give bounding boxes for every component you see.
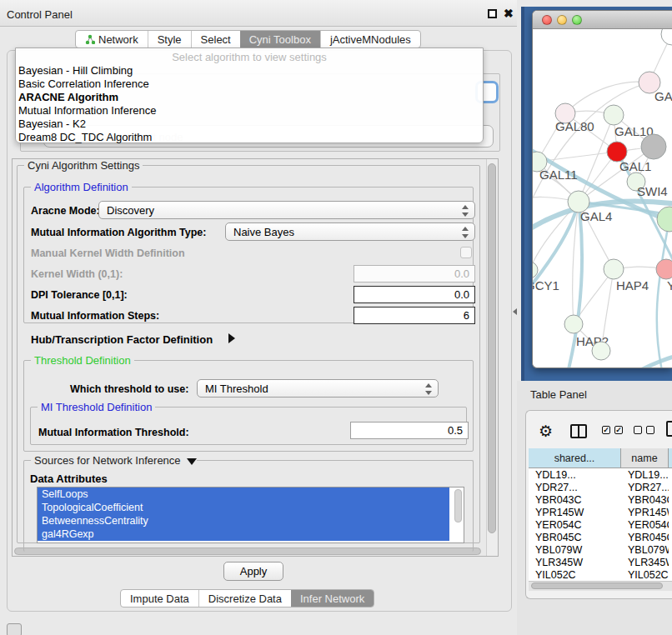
table-row[interactable]: YLR345WYLR345W9.: [529, 556, 672, 568]
kernel-width-field[interactable]: 0.0: [354, 265, 475, 282]
attribute-item-3[interactable]: gal4RGexp: [38, 528, 449, 541]
network-node[interactable]: [592, 342, 610, 360]
algorithm-option-3[interactable]: Mutual Information Inference: [18, 104, 156, 117]
sources-legend: Sources for Network Inference: [31, 454, 197, 467]
network-node-hap2[interactable]: [564, 315, 583, 333]
which-threshold-combo[interactable]: MI Threshold: [197, 379, 439, 398]
table-row[interactable]: YER054CYER054C8.: [529, 518, 672, 531]
attribute-item-0[interactable]: SelfLoops: [38, 488, 449, 501]
attributes-scrollbar-thumb[interactable]: [454, 489, 462, 522]
algorithm-option-0[interactable]: Bayesian - Hill Climbing: [18, 64, 133, 77]
tab-impute-data[interactable]: Impute Data: [121, 590, 198, 607]
combo-stepper-icon: [461, 205, 469, 217]
network-window-titlebar[interactable]: [533, 11, 672, 29]
gear-icon[interactable]: ⚙: [539, 422, 553, 441]
network-node-gal10[interactable]: [604, 105, 624, 125]
tab-select[interactable]: Select: [191, 31, 240, 48]
tab-label: jActiveMNodules: [330, 33, 411, 46]
tab-infer-network[interactable]: Infer Network: [291, 590, 374, 607]
attribute-item-2[interactable]: BetweennessCentrality: [38, 514, 449, 528]
algorithm-popup-placeholder: Select algorithm to view settings: [16, 51, 483, 63]
close-icon[interactable]: ✖: [504, 7, 514, 20]
network-graph[interactable]: GALGAL80GAL10GAL1GAL11SWI4GAL4GCY1HAP4YH…: [533, 29, 672, 368]
apply-button[interactable]: Apply: [223, 562, 283, 581]
which-threshold-value: MI Threshold: [205, 382, 268, 395]
tab-network[interactable]: Network: [76, 31, 148, 48]
manual-kernel-width-checkbox[interactable]: [460, 247, 472, 258]
manual-kernel-width-label: Manual Kernel Width Definition: [31, 248, 185, 259]
table-row[interactable]: YIL052CYIL052C9: [529, 568, 672, 581]
checked-column-icon[interactable]: ✓: [602, 426, 610, 434]
table-cell: YIL052C: [621, 568, 669, 581]
table-row[interactable]: YBR043CYBR043C: [529, 493, 672, 506]
table-panel-title: Table Panel: [530, 388, 587, 401]
mac-zoom-icon[interactable]: [572, 15, 582, 25]
dpi-tolerance-label: DPI Tolerance [0,1]:: [31, 289, 128, 301]
node-table[interactable]: shared...nameA YDL19...YDL19...13YDR27..…: [529, 448, 672, 583]
control-panel-titlebar: [0, 0, 517, 27]
checked-column-icon[interactable]: ✓: [614, 426, 623, 434]
float-window-icon[interactable]: [488, 9, 497, 18]
table-row[interactable]: YDL19...YDL19...13: [529, 468, 672, 481]
node-label-swi4: SWI4: [637, 184, 668, 198]
table-cell: 9: [669, 568, 672, 581]
table-horizontal-scrollbar-thumb[interactable]: [531, 582, 663, 589]
unchecked-column-icon[interactable]: [646, 426, 654, 434]
mac-close-icon[interactable]: [542, 15, 552, 25]
table-cell: YLR345W: [529, 556, 621, 568]
table-cell: YBR043C: [529, 493, 621, 506]
mac-minimize-icon[interactable]: [557, 15, 567, 25]
collapse-down-icon[interactable]: [187, 458, 197, 465]
table-row[interactable]: YPR145WYPR145W9.: [529, 506, 672, 518]
hub-definition-label[interactable]: Hub/Transcription Factor Definition: [31, 333, 213, 346]
data-attributes-list[interactable]: SelfLoopsTopologicalCoefficientBetweenne…: [37, 487, 464, 543]
table-column-header-1[interactable]: name: [621, 448, 669, 468]
tab-cyni-toolbox[interactable]: Cyni Toolbox: [240, 31, 320, 48]
table-cell: YLR345W: [621, 556, 669, 568]
algorithm-option-1[interactable]: Basic Correlation Inference: [18, 78, 149, 90]
mi-steps-field[interactable]: 6: [354, 307, 475, 324]
table-cell: YDR27...: [529, 481, 621, 493]
table-cell: 13: [669, 468, 672, 481]
dpi-tolerance-field[interactable]: 0.0: [354, 286, 475, 303]
table-column-header-2[interactable]: A: [669, 448, 672, 468]
aracne-mode-combo[interactable]: Discovery: [98, 201, 475, 219]
network-node-hap4[interactable]: [604, 259, 624, 279]
tab-label: Impute Data: [130, 592, 189, 605]
table-cell: YPR145W: [529, 506, 621, 518]
table-column-header-0[interactable]: shared...: [529, 448, 621, 468]
combo-stepper-icon: [424, 383, 432, 395]
node-label-gal11: GAL11: [539, 168, 578, 182]
split-pane-collapse-icon[interactable]: [513, 308, 517, 315]
mi-algorithm-type-combo[interactable]: Naive Bayes: [225, 222, 475, 241]
tab-discretize-data[interactable]: Discretize Data: [198, 590, 291, 607]
tab-style[interactable]: Style: [148, 31, 191, 48]
network-node[interactable]: [661, 29, 672, 45]
table-row[interactable]: YDR27...YDR27...12: [529, 481, 672, 493]
node-label-gcy1: GCY1: [533, 278, 559, 292]
table-cell: YBR045C: [529, 531, 621, 543]
settings-vertical-scrollbar-thumb[interactable]: [488, 163, 496, 533]
network-view-window[interactable]: GALGAL80GAL10GAL1GAL11SWI4GAL4GCY1HAP4YH…: [532, 10, 672, 368]
network-node-y[interactable]: [656, 259, 672, 279]
tab-jactivemnodules[interactable]: jActiveMNodules: [320, 31, 420, 48]
tab-label: Network: [98, 33, 138, 46]
kernel-width-label: Kernel Width (0,1):: [31, 268, 123, 280]
attribute-item-1[interactable]: TopologicalCoefficient: [38, 501, 449, 514]
network-node[interactable]: [657, 207, 672, 232]
network-icon: [85, 34, 95, 44]
table-row[interactable]: YBL079WYBL079W: [529, 543, 672, 556]
algorithm-option-5[interactable]: Dream8 DC_TDC Algorithm: [18, 131, 152, 143]
table-cell: [669, 543, 672, 556]
mi-threshold-field[interactable]: 0.5: [350, 422, 469, 439]
unchecked-column-icon[interactable]: [634, 426, 642, 434]
minimized-panel-icon[interactable]: [7, 623, 22, 635]
document-icon[interactable]: [666, 421, 672, 437]
table-row[interactable]: YBR045CYBR045C9.: [529, 531, 672, 543]
algorithm-option-2[interactable]: ARACNE Algorithm: [18, 91, 118, 103]
algorithm-option-4[interactable]: Bayesian - K2: [18, 118, 86, 130]
table-header-row: shared...nameA: [529, 448, 672, 468]
network-node[interactable]: [641, 134, 666, 159]
expand-right-icon[interactable]: [228, 333, 235, 343]
split-columns-icon[interactable]: [570, 424, 587, 438]
